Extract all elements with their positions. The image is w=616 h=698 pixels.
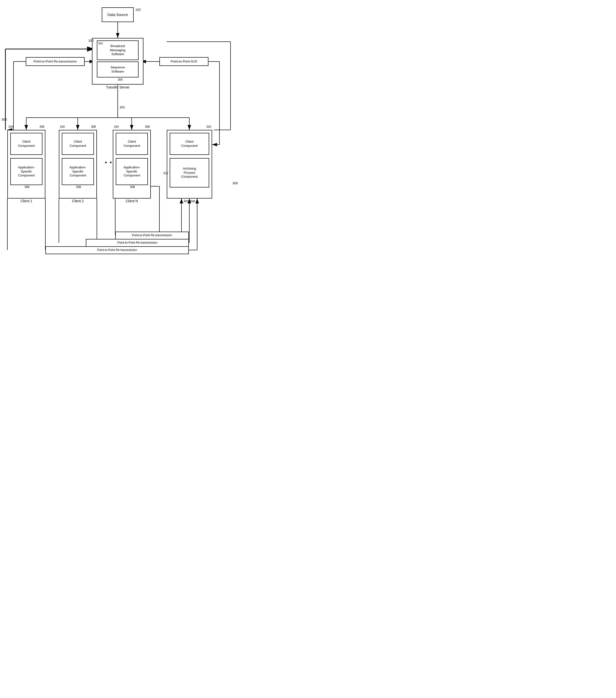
client1-component-label: ClientComponent — [18, 140, 35, 148]
p2p-retrans-bottom1-label: Point-to-Point Re-transmission — [132, 234, 172, 237]
archive-ref312: 312 — [163, 171, 168, 175]
ref-304: 304 — [118, 78, 123, 81]
archive-ref310: 310 — [206, 125, 211, 129]
sequence-software-box: SequenceSoftware — [97, 61, 139, 78]
clientN-name: Client N — [113, 199, 151, 203]
client2-ref306: 306 — [91, 125, 96, 129]
archiving-process-label: ArchivingProcessComponent — [181, 167, 198, 179]
client1-app-box: Application-SpecificComponent — [10, 158, 42, 185]
broadcast-messaging-label: BroadcastMessagingSoftware — [110, 44, 125, 56]
clientN-app-box: Application-SpecificComponent — [116, 158, 148, 185]
transfer-server-label: Transfer Server — [92, 85, 143, 89]
client2-name: Client 2 — [59, 199, 97, 203]
p2p-retrans-top-label: Point-to-Point Re-transmission — [33, 59, 77, 64]
client1-ref104: 104 — [8, 125, 13, 129]
ref-302-label: 302 — [98, 42, 103, 45]
clientN-ref306: 306 — [145, 125, 150, 129]
client2-component-box: ClientComponent — [62, 133, 94, 155]
data-source-label: Data Source — [107, 12, 128, 17]
archiving-process-box: ArchivingProcessComponent — [170, 158, 209, 187]
diagram: Data Source 102 100 302 BroadcastMessagi… — [0, 0, 245, 277]
archive-client-label: ClientComponent — [181, 140, 198, 148]
archive-name: Archive — [167, 199, 212, 203]
p2p-retrans-bottom2-label: Point-to-Point Re-transmission — [118, 241, 158, 245]
clientN-ref308: 308 — [130, 185, 135, 189]
ref-300: 300 — [232, 181, 238, 185]
broadcast-messaging-box: 302 BroadcastMessagingSoftware — [97, 40, 139, 60]
clientN-component-box: ClientComponent — [116, 133, 148, 155]
data-source-box: Data Source — [102, 8, 134, 22]
p2p-retrans-top: Point-to-Point Re-transmission — [26, 57, 85, 66]
p2p-retrans-bottom1: Point-to-Point Re-transmission — [115, 232, 189, 239]
client2-ref104: 104 — [60, 125, 65, 129]
p2p-retrans-bottom3-label: Point-to-Point Re-transmission — [97, 248, 137, 252]
p2p-retrans-bottom3: Point-to-Point Re-transmission — [45, 246, 189, 254]
sequence-software-label: SequenceSoftware — [111, 66, 125, 73]
client2-app-box: Application-SpecificComponent — [62, 158, 94, 185]
client2-ref308: 308 — [76, 185, 81, 189]
client1-name: Client 1 — [8, 199, 45, 203]
ref-100: 100 — [88, 39, 94, 42]
client1-ref306: 306 — [40, 125, 44, 129]
client1-ref308: 308 — [25, 185, 29, 189]
clientN-ref104: 104 — [114, 125, 119, 129]
p2p-ack-top: Point-to-Point ACK — [160, 57, 208, 66]
p2p-retrans-bottom2: Point-to-Point Re-transmission — [86, 239, 189, 247]
clientN-component-label: ClientComponent — [124, 140, 140, 148]
archive-client-box: ClientComponent — [170, 133, 209, 155]
client1-app-label: Application-SpecificComponent — [18, 165, 35, 178]
ref-102: 102 — [135, 8, 141, 12]
p2p-ack-top-label: Point-to-Point ACK — [171, 59, 197, 64]
client2-app-label: Application-SpecificComponent — [70, 165, 86, 178]
ref-301: 301 — [120, 106, 125, 109]
clientN-app-label: Application-SpecificComponent — [124, 165, 140, 178]
client1-component-box: ClientComponent — [10, 133, 42, 155]
ref-305: 305 — [1, 117, 7, 121]
client2-component-label: ClientComponent — [70, 140, 86, 148]
